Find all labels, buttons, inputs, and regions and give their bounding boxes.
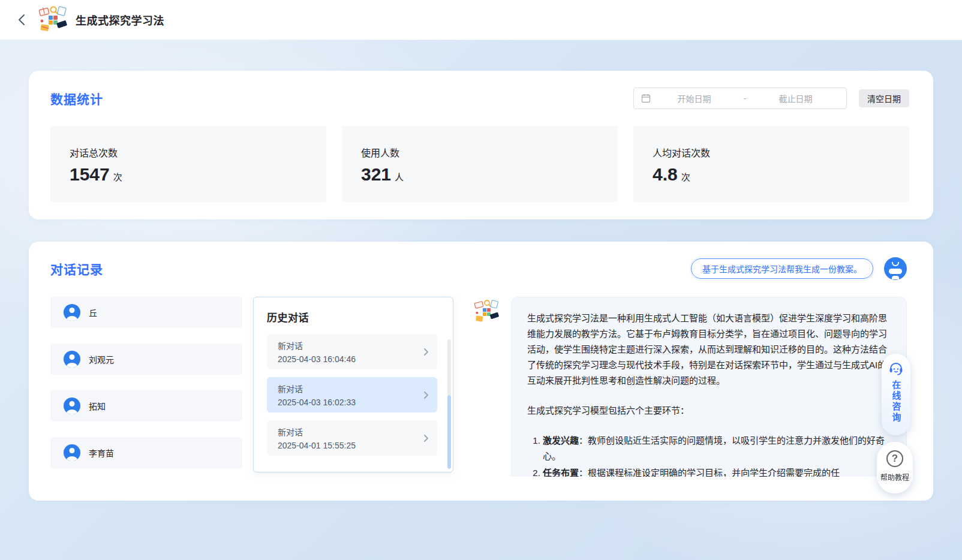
clear-date-button[interactable]: 清空日期 [859,89,909,107]
date-range-picker[interactable]: 开始日期 - 截止日期 [633,88,847,109]
back-button[interactable] [13,11,30,28]
chevron-right-icon [423,348,429,356]
user-avatar-icon [64,304,80,321]
metric-label: 使用人数 [361,145,618,159]
history-item-time: 2025-04-03 16:02:33 [278,398,356,407]
metric-value: 1547 [70,164,110,185]
history-item-name: 新对话 [278,339,356,351]
stats-card-title: 数据统计 [50,89,103,107]
history-item-time: 2025-04-03 16:04:46 [278,354,356,364]
end-date-input[interactable]: 截止日期 [752,92,839,104]
history-item-name: 新对话 [278,426,356,438]
chevron-left-icon [17,14,26,26]
user-avatar-icon [64,398,80,414]
metric-label: 对话总次数 [70,145,326,159]
chevron-right-icon [423,391,429,399]
scrollbar-thumb[interactable] [447,395,451,469]
message-list-item: 激发兴趣：教师创设贴近生活实际的问题情境，以吸引学生的注意力并激发他们的好奇心。 [543,433,891,464]
history-title: 历史对话 [267,309,446,324]
metric-unit: 次 [113,170,122,183]
records-card-title: 对话记录 [50,260,103,278]
user-name: 拓知 [89,400,106,412]
records-card: 对话记录 基于生成式探究学习法帮我生成一份教案。 丘 刘观元 [29,242,933,501]
top-bar: 生成式探究学习法 [0,0,962,40]
question-mark-icon: ? [886,450,903,467]
history-item[interactable]: 新对话 2025-04-01 15:55:25 [267,420,437,456]
stats-card: 数据统计 开始日期 - 截止日期 清空日期 [29,71,933,219]
help-tutorial-button[interactable]: ? 帮助教程 [877,442,913,493]
message-list-item: 任务布置：根据课程标准设定明确的学习目标，并向学生介绍需要完成的任 [543,465,891,477]
page-title: 生成式探究学习法 [76,12,164,28]
user-list: 丘 刘观元 拓知 李育苗 [50,297,242,484]
user-row[interactable]: 李育苗 [50,437,242,468]
metric-unit: 次 [681,170,690,183]
metric-unit: 人 [395,170,404,183]
metric-total-dialogues: 对话总次数 1547 次 [50,126,326,202]
history-panel: 历史对话 新对话 2025-04-03 16:04:46 新对话 [253,297,453,472]
chat-area: 生成式探究学习法是一种利用生成式人工智能（如大语言模型）促进学生深度学习和高阶思… [474,297,907,477]
user-row[interactable]: 拓知 [50,390,242,421]
online-consult-button[interactable]: 在线咨询 [882,354,910,435]
history-item-name: 新对话 [278,383,356,395]
start-date-input[interactable]: 开始日期 [651,92,738,104]
history-item-time: 2025-04-01 15:55:25 [278,441,356,450]
message-paragraph: 生成式探究学习法是一种利用生成式人工智能（如大语言模型）促进学生深度学习和高阶思… [527,311,891,389]
user-row[interactable]: 刘观元 [50,344,242,375]
user-name: 刘观元 [89,353,114,365]
online-consult-label: 在线咨询 [890,380,903,423]
generate-lesson-plan-button[interactable]: 基于生成式探究学习法帮我生成一份教案。 [691,258,873,279]
history-scrollbar[interactable] [447,339,451,469]
metric-value: 321 [361,164,391,185]
calendar-icon [641,94,651,103]
metric-value: 4.8 [653,164,678,185]
user-avatar-icon [64,444,80,461]
ai-message-bubble: 生成式探究学习法是一种利用生成式人工智能（如大语言模型）促进学生深度学习和高阶思… [511,297,907,477]
help-tutorial-label: 帮助教程 [880,472,909,482]
app-logo-icon [38,5,68,34]
user-avatar-icon [64,351,80,368]
user-name: 李育苗 [89,447,114,459]
metrics-row: 对话总次数 1547 次 使用人数 321 人 人均对话次数 4.8 次 [50,126,909,202]
metric-user-count: 使用人数 321 人 [342,126,618,202]
history-item[interactable]: 新对话 2025-04-03 16:04:46 [267,334,437,369]
chevron-right-icon [423,434,429,442]
user-name: 丘 [89,306,97,318]
ai-assistant-icon[interactable] [884,257,907,280]
ai-avatar-icon [474,299,500,324]
message-paragraph: 生成式探究学习模型包括六个主要环节： [527,403,891,419]
metric-label: 人均对话次数 [653,145,909,159]
message-list: 激发兴趣：教师创设贴近生活实际的问题情境，以吸引学生的注意力并激发他们的好奇心。… [527,433,891,477]
user-row[interactable]: 丘 [50,297,242,328]
history-item-selected[interactable]: 新对话 2025-04-03 16:02:33 [267,377,437,413]
headset-icon [888,361,904,377]
metric-avg-dialogues: 人均对话次数 4.8 次 [633,126,909,202]
date-separator: - [738,94,752,103]
